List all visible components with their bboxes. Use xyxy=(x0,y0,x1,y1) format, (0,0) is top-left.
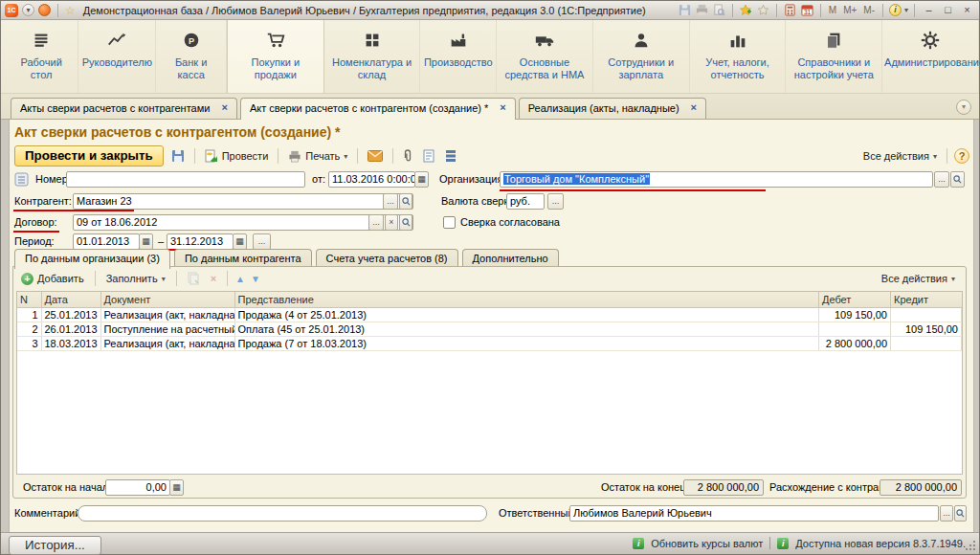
post-and-close-button[interactable]: Провести и закрыть xyxy=(14,145,164,166)
calculator-icon[interactable] xyxy=(783,3,797,17)
calendar-icon[interactable]: 31 xyxy=(800,3,814,17)
contractor-choose-button[interactable]: ... xyxy=(383,193,398,210)
col-debit[interactable]: Дебет xyxy=(819,292,891,307)
organization-input[interactable]: Торговый дом "Комплексный" xyxy=(500,171,933,188)
cell-debit[interactable]: 2 800 000,00 xyxy=(819,336,891,350)
help-button[interactable]: ? xyxy=(954,148,969,164)
post-button[interactable]: Провести xyxy=(202,148,272,164)
minimize-button[interactable]: – xyxy=(921,3,937,17)
rows-table-container[interactable]: N Дата Документ Представление Дебет Кред… xyxy=(16,291,963,475)
date-calendar-icon[interactable]: ▦ xyxy=(414,171,429,188)
print-menu-button[interactable]: Печать ▾ xyxy=(285,149,350,164)
cell-credit[interactable] xyxy=(891,307,962,322)
cell-document[interactable]: Поступление на расчетный счет ТД0... xyxy=(100,322,234,336)
info-dropdown-icon[interactable]: ▾ xyxy=(904,6,908,14)
tab-by-contractor[interactable]: По данным контрагента xyxy=(174,249,312,267)
email-icon[interactable] xyxy=(365,149,386,163)
history-button[interactable]: История... xyxy=(9,536,101,555)
maximize-button[interactable]: □ xyxy=(940,3,956,17)
app-menu-icon[interactable]: 1С xyxy=(5,4,18,17)
favorites-list-icon[interactable] xyxy=(756,3,770,17)
quick-menu-dropdown-icon[interactable]: ▾ xyxy=(22,4,34,16)
ribbon-section-fixed-assets[interactable]: Основные средства и НМА xyxy=(497,20,593,93)
move-up-icon[interactable]: ▲ xyxy=(235,274,245,284)
col-credit[interactable]: Кредит xyxy=(891,292,962,307)
close-tab-icon[interactable]: × xyxy=(221,102,227,114)
cell-n[interactable]: 1 xyxy=(17,307,41,322)
print-icon[interactable] xyxy=(695,3,709,17)
cell-debit[interactable] xyxy=(819,322,891,336)
balance-begin-calculator-icon[interactable]: ▦ xyxy=(169,479,184,496)
cell-representation[interactable]: Продажа (7 от 18.03.2013) xyxy=(234,336,819,350)
close-button[interactable]: × xyxy=(959,3,975,17)
cell-date[interactable]: 25.01.2013 xyxy=(41,307,100,322)
contract-input[interactable]: 09 от 18.06.2012 xyxy=(73,214,413,231)
move-down-icon[interactable]: ▼ xyxy=(251,274,260,284)
number-input[interactable] xyxy=(66,171,305,188)
currency-choose-button[interactable]: ... xyxy=(547,193,564,210)
contract-clear-icon[interactable]: × xyxy=(385,214,398,231)
cell-n[interactable]: 3 xyxy=(17,336,41,350)
period-from-input[interactable]: 01.01.2013 xyxy=(73,233,140,250)
contract-open-icon[interactable] xyxy=(399,214,412,231)
tab-act-create[interactable]: Акт сверки расчетов с контрагентом (созд… xyxy=(240,98,516,120)
memory-plus-button[interactable]: M+ xyxy=(841,5,858,15)
tab-additional[interactable]: Дополнительно xyxy=(462,249,559,267)
cell-document[interactable]: Реализация (акт, накладная) ТД00-0... xyxy=(100,307,234,322)
period-from-calendar-icon[interactable]: ▦ xyxy=(139,233,153,250)
document-structure-icon[interactable] xyxy=(420,148,437,164)
cell-date[interactable]: 26.01.2013 xyxy=(41,322,100,336)
table-row[interactable]: 3 18.03.2013 Реализация (акт, накладная)… xyxy=(17,336,962,350)
table-row[interactable]: 2 26.01.2013 Поступление на расчетный сч… xyxy=(17,322,962,336)
col-representation[interactable]: Представление xyxy=(234,292,819,307)
ribbon-section-purchases-sales[interactable]: Покупки и продажи xyxy=(227,20,324,93)
table-row[interactable]: 1 25.01.2013 Реализация (акт, накладная)… xyxy=(17,307,962,322)
reconciliation-agreed-checkbox[interactable] xyxy=(443,216,456,229)
cell-representation[interactable]: Продажа (4 от 25.01.2013) xyxy=(234,307,819,322)
tab-by-organization[interactable]: По данным организации (3) xyxy=(14,249,170,269)
save-icon[interactable] xyxy=(678,3,692,17)
register-records-icon[interactable] xyxy=(442,148,459,164)
contract-choose-button[interactable]: ... xyxy=(368,214,384,231)
organization-open-icon[interactable] xyxy=(950,171,965,188)
tab-realization[interactable]: Реализация (акты, накладные) × xyxy=(519,98,706,119)
tab-settlement-accounts[interactable]: Счета учета расчетов (8) xyxy=(316,249,458,267)
balance-begin-input[interactable]: 0,00 xyxy=(105,479,170,496)
contractor-input[interactable]: Магазин 23 xyxy=(73,193,413,210)
contractor-open-icon[interactable] xyxy=(399,193,412,210)
memory-minus-button[interactable]: M- xyxy=(861,5,877,15)
period-to-input[interactable]: 31.12.2013 xyxy=(167,233,234,250)
new-version-link[interactable]: Доступна новая версия 8.3.7.1949. xyxy=(795,538,966,549)
ribbon-section-desktop[interactable]: Рабочий стол xyxy=(5,20,78,93)
period-choose-button[interactable]: ... xyxy=(253,233,271,250)
favorites-star-icon[interactable]: ☆ xyxy=(65,4,76,17)
responsible-choose-button[interactable]: ... xyxy=(940,505,953,522)
ribbon-section-manager[interactable]: Руководителю xyxy=(78,20,156,93)
organization-choose-button[interactable]: ... xyxy=(934,171,949,188)
attachment-icon[interactable] xyxy=(400,148,415,164)
period-to-calendar-icon[interactable]: ▦ xyxy=(233,233,247,250)
responsible-open-icon[interactable] xyxy=(954,505,967,522)
ribbon-section-bank-cash[interactable]: P Банк и касса xyxy=(156,20,227,93)
fill-button[interactable]: Заполнить ▾ xyxy=(103,272,168,285)
close-tab-icon[interactable]: × xyxy=(691,102,697,114)
cell-credit[interactable] xyxy=(891,336,962,350)
memory-recall-button[interactable]: M xyxy=(827,5,838,15)
print-preview-icon[interactable] xyxy=(712,3,726,17)
update-rates-link[interactable]: Обновить курсы валют xyxy=(651,538,763,549)
cell-n[interactable]: 2 xyxy=(17,322,41,336)
ribbon-section-employees-salary[interactable]: Сотрудники и зарплата xyxy=(593,20,690,93)
tab-acts-list[interactable]: Акты сверки расчетов с контрагентами × xyxy=(11,98,237,119)
comment-input[interactable] xyxy=(78,505,487,522)
ribbon-section-administration[interactable]: Администрирование xyxy=(882,20,979,93)
all-actions-button[interactable]: Все действия ▾ xyxy=(860,149,940,163)
cell-debit[interactable]: 109 150,00 xyxy=(819,307,891,322)
ribbon-section-nomenclature-warehouse[interactable]: Номенклатура и склад xyxy=(324,20,421,93)
save-document-icon[interactable] xyxy=(168,148,188,164)
currency-input[interactable]: руб. xyxy=(506,193,545,210)
ribbon-section-production[interactable]: Производство xyxy=(420,20,497,93)
responsible-input[interactable]: Любимов Валерий Юрьевич xyxy=(569,505,939,522)
tab-list-dropdown-icon[interactable]: ▾ xyxy=(956,100,971,115)
col-date[interactable]: Дата xyxy=(41,292,100,307)
col-n[interactable]: N xyxy=(17,292,41,307)
